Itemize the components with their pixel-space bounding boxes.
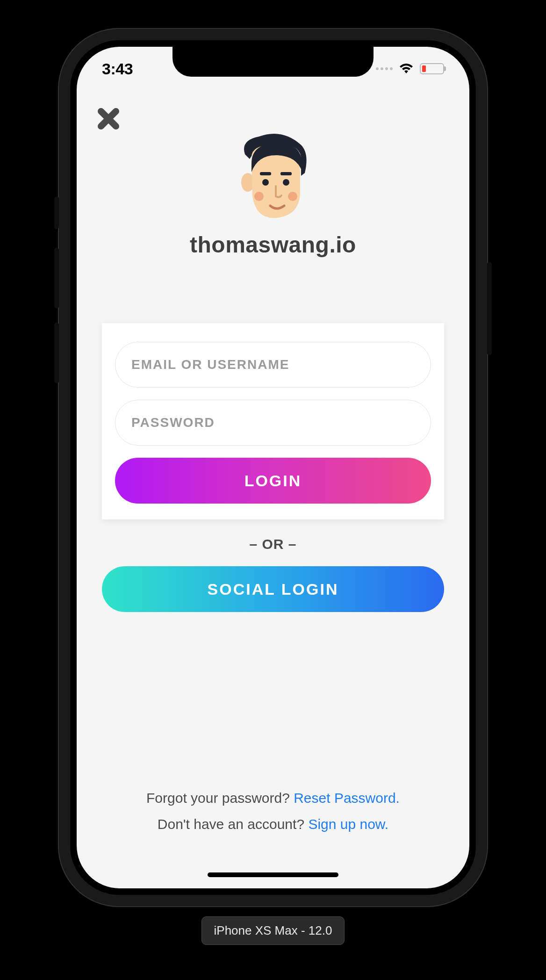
svg-rect-2	[280, 172, 292, 175]
mute-switch	[54, 196, 59, 229]
screen-content: thomaswang.io LOGIN – OR – SOCIAL LOGIN …	[77, 47, 469, 888]
avatar	[231, 131, 315, 224]
battery-icon	[420, 63, 444, 74]
volume-down-button	[54, 323, 59, 383]
forgot-password-prompt: Forgot your password?	[146, 790, 294, 806]
status-time: 3:43	[102, 60, 133, 78]
signup-row: Don't have an account? Sign up now.	[77, 816, 469, 832]
home-indicator[interactable]	[208, 872, 338, 877]
svg-point-5	[254, 192, 264, 201]
notch	[172, 47, 374, 77]
cellular-dots-icon	[376, 67, 393, 70]
signup-link[interactable]: Sign up now.	[308, 816, 388, 832]
reset-password-link[interactable]: Reset Password.	[294, 790, 400, 806]
forgot-password-row: Forgot your password? Reset Password.	[77, 790, 469, 806]
volume-up-button	[54, 248, 59, 309]
password-input[interactable]	[115, 400, 431, 446]
login-card: LOGIN	[102, 323, 444, 519]
signup-prompt: Don't have an account?	[158, 816, 309, 832]
close-button[interactable]	[96, 107, 121, 131]
phone-frame: 3:43	[58, 28, 488, 907]
svg-rect-1	[260, 172, 271, 175]
login-button[interactable]: LOGIN	[115, 458, 431, 504]
wifi-icon	[398, 63, 414, 74]
close-icon	[96, 107, 121, 131]
svg-point-6	[288, 192, 297, 201]
status-indicators	[376, 63, 444, 74]
battery-level-low	[422, 65, 426, 72]
social-login-wrap: SOCIAL LOGIN	[102, 566, 444, 612]
simulator-stage: 3:43	[0, 0, 546, 980]
simulator-device-label: iPhone XS Max - 12.0	[201, 916, 345, 945]
avatar-face-icon	[231, 131, 315, 224]
phone-bezel: 3:43	[70, 40, 476, 895]
social-login-button[interactable]: SOCIAL LOGIN	[102, 566, 444, 612]
or-separator: – OR –	[77, 536, 469, 552]
svg-point-3	[262, 179, 269, 186]
email-username-input[interactable]	[115, 342, 431, 388]
power-button	[487, 262, 492, 355]
brand-name: thomaswang.io	[190, 232, 356, 258]
svg-point-4	[283, 179, 289, 186]
brand-block: thomaswang.io	[77, 131, 469, 258]
phone-screen: 3:43	[77, 47, 469, 888]
